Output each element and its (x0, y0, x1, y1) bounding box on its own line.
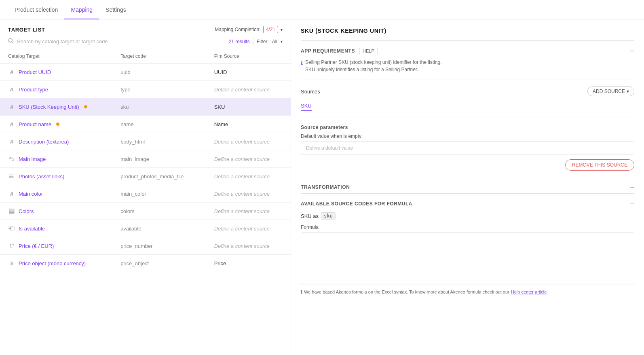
filter-chevron-icon[interactable]: ▾ (281, 39, 283, 44)
row-icon: A (8, 68, 15, 76)
catalog-target-cell: A Product type (0, 81, 112, 98)
catalog-target-cell: Main image (0, 150, 112, 168)
catalog-target-cell: Is available (0, 220, 112, 237)
pim-source-cell: Define a content source (206, 168, 291, 185)
col-pim-source: Pim Source (206, 49, 291, 63)
sources-label: Sources (301, 89, 320, 95)
nav-settings[interactable]: Settings (99, 0, 133, 19)
svg-point-0 (8, 38, 12, 42)
catalog-target-cell: Photos (asset links) (0, 168, 112, 185)
svg-point-7 (9, 176, 10, 177)
table-row[interactable]: Main image main_imageDefine a content so… (0, 150, 291, 168)
row-icon: A (8, 190, 15, 197)
dot-indicator (56, 123, 59, 126)
transformation-section: TRANSFORMATION − AVAILABLE SOURCE CODES … (301, 184, 634, 295)
table-row[interactable]: 1° Price (€ / EUR) price_numberDefine a … (0, 237, 291, 255)
table-row[interactable]: $ Price object (mono currency) price_obj… (0, 255, 291, 272)
row-label[interactable]: Description (textarea) (19, 139, 69, 145)
target-code-cell: uuid (112, 63, 206, 81)
pim-source-cell: Name (206, 116, 291, 133)
divider-4 (301, 193, 634, 194)
top-nav: Product selection Mapping Settings (0, 0, 644, 19)
row-icon: A (8, 138, 15, 145)
row-label[interactable]: Is available (19, 226, 45, 232)
divider-2 (301, 80, 634, 80)
catalog-target-cell: 1° Price (€ / EUR) (0, 237, 112, 255)
formula-input[interactable] (301, 232, 634, 285)
filter-label: Filter: (257, 39, 269, 44)
target-code-cell: sku (112, 98, 206, 116)
row-label[interactable]: Price (€ / EUR) (19, 243, 54, 249)
dot-indicator (84, 105, 87, 108)
collapse-transformation-button[interactable]: − (630, 184, 634, 191)
help-button[interactable]: HELP (359, 48, 378, 54)
row-icon (8, 207, 15, 215)
row-icon (8, 173, 15, 180)
chevron-down-icon[interactable]: ▾ (281, 27, 283, 32)
table-row[interactable]: A Main color main_colorDefine a content … (0, 185, 291, 203)
target-code-cell: body_html (112, 133, 206, 150)
table-row[interactable]: A SKU (Stock Keeping Unit) skuSKU (0, 98, 291, 116)
info-icon: ℹ (301, 59, 303, 73)
help-center-link[interactable]: Help center article (511, 289, 547, 294)
table-row[interactable]: A Description (textarea) body_htmlDefine… (0, 133, 291, 150)
row-label[interactable]: Main color (19, 191, 43, 197)
remove-source-button[interactable]: REMOVE THIS SOURCE (565, 159, 634, 171)
row-icon: A (8, 103, 15, 110)
row-label[interactable]: Main image (19, 156, 46, 162)
catalog-target-cell: Colors (0, 203, 112, 220)
collapse-codes-button[interactable]: − (630, 200, 634, 207)
available-codes-header: AVAILABLE SOURCE CODES FOR FORMULA − (301, 200, 634, 207)
pim-source-cell: Define a content source (206, 185, 291, 203)
row-label[interactable]: Price object (mono currency) (19, 260, 86, 266)
sources-header: Sources ADD SOURCE ▾ (301, 87, 634, 96)
formula-label: Formula (301, 224, 634, 230)
mapping-completion: Mapping Completion: 4/21 ▾ (215, 26, 283, 33)
table-row[interactable]: Colors colorsDefine a content source (0, 203, 291, 220)
target-code-cell: main_image (112, 150, 206, 168)
svg-point-6 (9, 175, 10, 175)
filter-all[interactable]: All (272, 39, 277, 44)
row-label[interactable]: SKU (Stock Keeping Unit) (19, 104, 79, 110)
sku-as-row: SKU as sku (301, 212, 634, 220)
sku-section-title: SKU (STOCK KEEPING UNIT) (301, 27, 634, 34)
table-row[interactable]: Photos (asset links) product_photos_medi… (0, 168, 291, 185)
row-label[interactable]: Product UUID (19, 69, 51, 75)
app-requirements-header: APP REQUIREMENTS HELP − (301, 47, 634, 55)
col-target-code: Target code (112, 49, 206, 63)
row-label[interactable]: Photos (asset links) (19, 173, 64, 180)
completion-badge[interactable]: 4/21 (263, 26, 278, 33)
target-code-cell: product_photos_media_file (112, 168, 206, 185)
default-value-input[interactable] (301, 142, 634, 154)
svg-rect-9 (9, 209, 14, 210)
col-catalog-target: Catalog Target (0, 49, 112, 63)
nav-mapping[interactable]: Mapping (64, 0, 99, 19)
row-icon (8, 225, 15, 232)
collapse-app-req-button[interactable]: − (630, 47, 634, 55)
add-source-button[interactable]: ADD SOURCE ▾ (587, 87, 634, 96)
search-input[interactable] (17, 38, 226, 44)
pim-source-cell: Define a content source (206, 237, 291, 255)
add-source-chevron-icon: ▾ (627, 89, 629, 94)
table-row[interactable]: A Product name nameName (0, 116, 291, 133)
row-label[interactable]: Product type (19, 87, 48, 93)
app-req-label: APP REQUIREMENTS (301, 48, 355, 54)
table-row[interactable]: A Product UUID uuidUUID (0, 63, 291, 81)
transformation-header: TRANSFORMATION − (301, 184, 634, 191)
table-row[interactable]: A Product type typeDefine a content sour… (0, 81, 291, 98)
pim-source-cell: UUID (206, 63, 291, 81)
transformation-title: TRANSFORMATION (301, 184, 350, 190)
pim-source-cell: SKU (206, 98, 291, 116)
catalog-target-cell: A Product UUID (0, 63, 112, 81)
main-layout: TARGET LIST Mapping Completion: 4/21 ▾ 2… (0, 19, 644, 355)
source-params-title: Source parameters (301, 125, 634, 130)
catalog-target-cell: A Product name (0, 116, 112, 133)
sku-source-tab[interactable]: SKU (301, 100, 312, 111)
default-value-label: Default value when is empty (301, 133, 634, 139)
catalog-target-cell: A Description (textarea) (0, 133, 112, 150)
row-icon (8, 155, 15, 163)
table-row[interactable]: Is available availableDefine a content s… (0, 220, 291, 237)
nav-product-selection[interactable]: Product selection (8, 0, 64, 19)
row-label[interactable]: Colors (19, 208, 34, 214)
row-label[interactable]: Product name (19, 121, 51, 127)
